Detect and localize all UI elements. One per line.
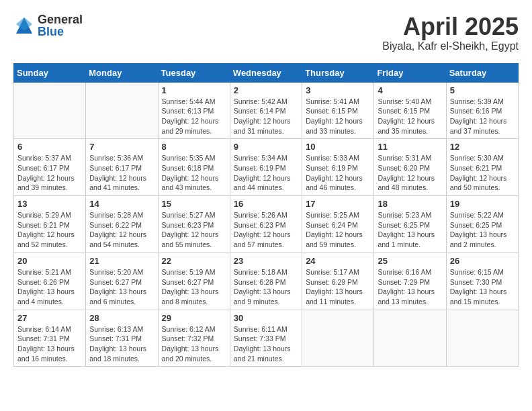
page-header: General Blue April 2025 Biyala, Kafr el-… [13, 13, 519, 52]
calendar-cell: 12Sunrise: 5:30 AMSunset: 6:21 PMDayligh… [446, 139, 518, 196]
calendar-cell: 18Sunrise: 5:23 AMSunset: 6:25 PMDayligh… [374, 196, 446, 253]
calendar-cell [86, 82, 158, 139]
day-number: 14 [89, 199, 154, 209]
calendar-subtitle: Biyala, Kafr el-Sheikh, Egypt [382, 40, 519, 52]
calendar-cell: 26Sunrise: 6:15 AMSunset: 7:30 PMDayligh… [446, 253, 518, 310]
logo-general-text: General [38, 13, 83, 26]
calendar-day-header: Monday [86, 63, 158, 82]
calendar-cell: 4Sunrise: 5:40 AMSunset: 6:15 PMDaylight… [374, 82, 446, 139]
day-number: 19 [450, 199, 515, 209]
calendar-cell: 11Sunrise: 5:31 AMSunset: 6:20 PMDayligh… [374, 139, 446, 196]
day-number: 30 [234, 313, 298, 323]
calendar-cell: 5Sunrise: 5:39 AMSunset: 6:16 PMDaylight… [446, 82, 518, 139]
day-number: 8 [162, 142, 226, 152]
calendar-week-row: 27Sunrise: 6:14 AMSunset: 7:31 PMDayligh… [14, 310, 519, 367]
day-info: Sunrise: 5:17 AMSunset: 6:29 PMDaylight:… [306, 267, 370, 307]
day-number: 7 [89, 142, 154, 152]
day-info: Sunrise: 5:44 AMSunset: 6:13 PMDaylight:… [162, 97, 226, 136]
day-info: Sunrise: 5:30 AMSunset: 6:21 PMDaylight:… [450, 153, 515, 193]
calendar-day-header: Friday [374, 63, 446, 82]
day-number: 16 [234, 199, 298, 209]
day-number: 1 [162, 85, 226, 95]
logo: General Blue [13, 13, 83, 38]
day-info: Sunrise: 6:13 AMSunset: 7:31 PMDaylight:… [89, 324, 154, 364]
day-number: 23 [234, 256, 298, 266]
day-number: 12 [450, 142, 515, 152]
calendar-cell: 30Sunrise: 6:11 AMSunset: 7:33 PMDayligh… [230, 310, 302, 367]
day-number: 21 [89, 256, 154, 266]
calendar-day-header: Thursday [302, 63, 374, 82]
calendar-cell: 9Sunrise: 5:34 AMSunset: 6:19 PMDaylight… [230, 139, 302, 196]
calendar-title-block: April 2025 Biyala, Kafr el-Sheikh, Egypt [382, 13, 519, 52]
calendar-cell: 20Sunrise: 5:21 AMSunset: 6:26 PMDayligh… [14, 253, 86, 310]
calendar-day-header: Wednesday [230, 63, 302, 82]
day-info: Sunrise: 5:28 AMSunset: 6:22 PMDaylight:… [89, 210, 154, 250]
calendar-cell: 16Sunrise: 5:26 AMSunset: 6:23 PMDayligh… [230, 196, 302, 253]
day-info: Sunrise: 5:27 AMSunset: 6:23 PMDaylight:… [162, 210, 226, 250]
day-info: Sunrise: 5:26 AMSunset: 6:23 PMDaylight:… [234, 210, 298, 250]
day-info: Sunrise: 6:15 AMSunset: 7:30 PMDaylight:… [450, 267, 515, 307]
day-info: Sunrise: 5:36 AMSunset: 6:17 PMDaylight:… [89, 153, 154, 193]
calendar-cell [14, 82, 86, 139]
calendar-title: April 2025 [382, 13, 519, 40]
day-number: 6 [17, 142, 82, 152]
calendar-cell: 17Sunrise: 5:25 AMSunset: 6:24 PMDayligh… [302, 196, 374, 253]
day-info: Sunrise: 5:37 AMSunset: 6:17 PMDaylight:… [17, 153, 82, 193]
calendar-cell: 23Sunrise: 5:18 AMSunset: 6:28 PMDayligh… [230, 253, 302, 310]
calendar-week-row: 13Sunrise: 5:29 AMSunset: 6:21 PMDayligh… [14, 196, 519, 253]
calendar-cell: 6Sunrise: 5:37 AMSunset: 6:17 PMDaylight… [14, 139, 86, 196]
calendar-cell: 8Sunrise: 5:35 AMSunset: 6:18 PMDaylight… [158, 139, 230, 196]
calendar-day-header: Tuesday [158, 63, 230, 82]
day-number: 13 [17, 199, 82, 209]
day-number: 11 [378, 142, 442, 152]
day-number: 27 [17, 313, 82, 323]
calendar-cell [374, 310, 446, 367]
calendar-cell [302, 310, 374, 367]
calendar-cell: 15Sunrise: 5:27 AMSunset: 6:23 PMDayligh… [158, 196, 230, 253]
day-info: Sunrise: 5:19 AMSunset: 6:27 PMDaylight:… [162, 267, 226, 307]
calendar-day-header: Sunday [14, 63, 86, 82]
calendar-cell: 25Sunrise: 6:16 AMSunset: 7:29 PMDayligh… [374, 253, 446, 310]
calendar-table: SundayMondayTuesdayWednesdayThursdayFrid… [13, 63, 519, 367]
calendar-cell: 29Sunrise: 6:12 AMSunset: 7:32 PMDayligh… [158, 310, 230, 367]
calendar-cell: 7Sunrise: 5:36 AMSunset: 6:17 PMDaylight… [86, 139, 158, 196]
day-number: 2 [234, 85, 298, 95]
day-info: Sunrise: 5:42 AMSunset: 6:14 PMDaylight:… [234, 97, 298, 136]
calendar-cell: 13Sunrise: 5:29 AMSunset: 6:21 PMDayligh… [14, 196, 86, 253]
day-number: 20 [17, 256, 82, 266]
day-number: 22 [162, 256, 226, 266]
day-info: Sunrise: 5:40 AMSunset: 6:15 PMDaylight:… [378, 97, 442, 136]
day-info: Sunrise: 5:25 AMSunset: 6:24 PMDaylight:… [306, 210, 370, 250]
day-number: 25 [378, 256, 442, 266]
day-info: Sunrise: 5:18 AMSunset: 6:28 PMDaylight:… [234, 267, 298, 307]
day-info: Sunrise: 5:20 AMSunset: 6:27 PMDaylight:… [89, 267, 154, 307]
day-info: Sunrise: 5:34 AMSunset: 6:19 PMDaylight:… [234, 153, 298, 193]
calendar-cell: 10Sunrise: 5:33 AMSunset: 6:19 PMDayligh… [302, 139, 374, 196]
calendar-week-row: 6Sunrise: 5:37 AMSunset: 6:17 PMDaylight… [14, 139, 519, 196]
calendar-cell [446, 310, 518, 367]
day-info: Sunrise: 5:33 AMSunset: 6:19 PMDaylight:… [306, 153, 370, 193]
calendar-day-header: Saturday [446, 63, 518, 82]
day-info: Sunrise: 6:12 AMSunset: 7:32 PMDaylight:… [162, 324, 226, 364]
day-info: Sunrise: 5:31 AMSunset: 6:20 PMDaylight:… [378, 153, 442, 193]
day-number: 18 [378, 199, 442, 209]
calendar-cell: 3Sunrise: 5:41 AMSunset: 6:15 PMDaylight… [302, 82, 374, 139]
day-info: Sunrise: 6:11 AMSunset: 7:33 PMDaylight:… [234, 324, 298, 364]
calendar-cell: 2Sunrise: 5:42 AMSunset: 6:14 PMDaylight… [230, 82, 302, 139]
day-number: 28 [89, 313, 154, 323]
logo-blue-text: Blue [38, 26, 83, 38]
day-number: 15 [162, 199, 226, 209]
day-info: Sunrise: 5:22 AMSunset: 6:25 PMDaylight:… [450, 210, 515, 250]
calendar-cell: 27Sunrise: 6:14 AMSunset: 7:31 PMDayligh… [14, 310, 86, 367]
calendar-cell: 22Sunrise: 5:19 AMSunset: 6:27 PMDayligh… [158, 253, 230, 310]
day-info: Sunrise: 5:41 AMSunset: 6:15 PMDaylight:… [306, 97, 370, 136]
calendar-week-row: 20Sunrise: 5:21 AMSunset: 6:26 PMDayligh… [14, 253, 519, 310]
calendar-cell: 1Sunrise: 5:44 AMSunset: 6:13 PMDaylight… [158, 82, 230, 139]
day-number: 4 [378, 85, 442, 95]
calendar-cell: 21Sunrise: 5:20 AMSunset: 6:27 PMDayligh… [86, 253, 158, 310]
day-info: Sunrise: 5:21 AMSunset: 6:26 PMDaylight:… [17, 267, 82, 307]
calendar-cell: 28Sunrise: 6:13 AMSunset: 7:31 PMDayligh… [86, 310, 158, 367]
day-info: Sunrise: 5:35 AMSunset: 6:18 PMDaylight:… [162, 153, 226, 193]
logo-icon [13, 15, 35, 36]
day-number: 5 [450, 85, 515, 95]
